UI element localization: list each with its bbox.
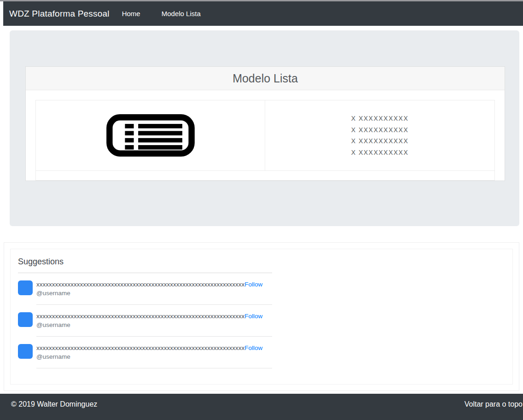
suggestion-handle: @username: [36, 353, 272, 361]
suggestion-item: xxxxxxxxxxxxxxxxxxxxxxxxxxxxxxxxxxxxxxxx…: [18, 312, 272, 337]
navbar: WDZ Plataforma Pessoal Home Modelo Lista: [3, 1, 523, 26]
placeholder-line: X XXXXXXXXXX: [351, 113, 409, 124]
modelo-lista-card: Modelo Lista: [25, 66, 505, 181]
nav-link-modelo-lista[interactable]: Modelo Lista: [162, 10, 201, 18]
suggestion-handle: @username: [36, 289, 272, 297]
avatar: [18, 344, 33, 359]
placeholder-line: X XXXXXXXXXX: [351, 147, 409, 158]
jumbotron: Modelo Lista: [10, 30, 519, 226]
suggestion-name: xxxxxxxxxxxxxxxxxxxxxxxxxxxxxxxxxxxxxxxx…: [36, 344, 244, 351]
nav-link-home[interactable]: Home: [122, 10, 140, 18]
card-body: X XXXXXXXXXX X XXXXXXXXXX X XXXXXXXXXX X…: [26, 90, 505, 181]
placeholder-line: X XXXXXXXXXX: [351, 124, 409, 136]
card-title: Modelo Lista: [232, 72, 298, 85]
card-header: Modelo Lista: [26, 67, 505, 90]
list-alt-icon: [106, 114, 195, 157]
divider: [18, 273, 272, 273]
icon-cell: [36, 100, 265, 170]
back-to-top-link[interactable]: Voltar para o topo: [465, 400, 523, 420]
suggestion-name: xxxxxxxxxxxxxxxxxxxxxxxxxxxxxxxxxxxxxxxx…: [36, 281, 244, 288]
suggestions-section: Suggestions xxxxxxxxxxxxxxxxxxxxxxxxxxxx…: [4, 242, 519, 391]
suggestions-title: Suggestions: [18, 257, 272, 267]
avatar: [18, 280, 33, 295]
table-row: X XXXXXXXXXX X XXXXXXXXXX X XXXXXXXXXX X…: [36, 100, 494, 170]
suggestion-item: xxxxxxxxxxxxxxxxxxxxxxxxxxxxxxxxxxxxxxxx…: [18, 280, 272, 305]
avatar: [18, 312, 33, 327]
model-table: X XXXXXXXXXX X XXXXXXXXXX X XXXXXXXXXX X…: [35, 100, 495, 181]
follow-link[interactable]: Follow: [244, 281, 262, 288]
suggestion-name: xxxxxxxxxxxxxxxxxxxxxxxxxxxxxxxxxxxxxxxx…: [36, 313, 244, 320]
suggestion-item: xxxxxxxxxxxxxxxxxxxxxxxxxxxxxxxxxxxxxxxx…: [18, 344, 272, 368]
suggestions-card: Suggestions xxxxxxxxxxxxxxxxxxxxxxxxxxxx…: [10, 249, 513, 385]
placeholder-line: X XXXXXXXXXX: [351, 135, 409, 147]
follow-link[interactable]: Follow: [244, 344, 262, 351]
footer: © 2019 Walter Dominguez Voltar para o to…: [0, 394, 523, 420]
follow-link[interactable]: Follow: [244, 313, 262, 320]
copyright-text: © 2019 Walter Dominguez: [11, 400, 97, 420]
navbar-brand[interactable]: WDZ Plataforma Pessoal: [9, 9, 110, 19]
suggestion-handle: @username: [36, 321, 272, 329]
table-footer-row: [36, 170, 494, 180]
placeholder-text-cell: X XXXXXXXXXX X XXXXXXXXXX X XXXXXXXXXX X…: [265, 100, 494, 170]
